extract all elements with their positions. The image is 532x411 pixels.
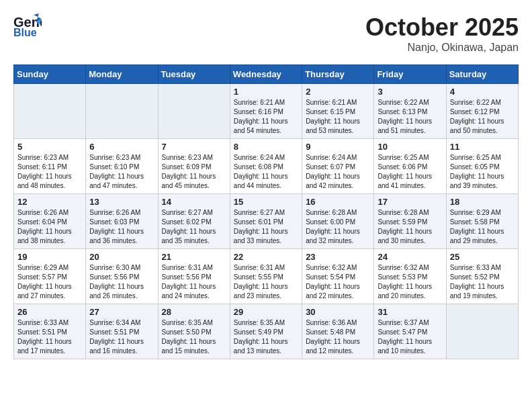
calendar-day-cell: 26Sunrise: 6:33 AMSunset: 5:51 PMDayligh… — [14, 304, 86, 359]
day-of-week-header: Thursday — [302, 65, 374, 84]
day-number: 8 — [234, 142, 298, 152]
calendar-day-cell: 17Sunrise: 6:28 AMSunset: 5:59 PMDayligh… — [374, 194, 446, 249]
day-number: 4 — [450, 87, 515, 97]
calendar-day-cell: 21Sunrise: 6:31 AMSunset: 5:56 PMDayligh… — [158, 249, 230, 304]
day-info: Sunrise: 6:26 AMSunset: 6:04 PMDaylight:… — [17, 208, 82, 246]
day-info: Sunrise: 6:23 AMSunset: 6:09 PMDaylight:… — [162, 153, 226, 191]
day-number: 6 — [89, 142, 154, 152]
day-info: Sunrise: 6:27 AMSunset: 6:02 PMDaylight:… — [162, 208, 226, 246]
calendar-day-cell: 10Sunrise: 6:25 AMSunset: 6:06 PMDayligh… — [374, 139, 446, 194]
day-number: 1 — [234, 87, 298, 97]
calendar-day-cell: 23Sunrise: 6:32 AMSunset: 5:54 PMDayligh… — [302, 249, 374, 304]
day-info: Sunrise: 6:29 AMSunset: 5:57 PMDaylight:… — [17, 263, 82, 301]
calendar-day-cell: 18Sunrise: 6:29 AMSunset: 5:58 PMDayligh… — [446, 194, 518, 249]
calendar-week-row: 12Sunrise: 6:26 AMSunset: 6:04 PMDayligh… — [14, 194, 519, 249]
calendar-day-cell — [14, 84, 86, 139]
svg-text:Blue: Blue — [13, 27, 37, 38]
day-number: 17 — [378, 197, 442, 207]
day-of-week-header: Wednesday — [230, 65, 302, 84]
calendar-day-cell — [446, 304, 518, 359]
calendar-day-cell: 12Sunrise: 6:26 AMSunset: 6:04 PMDayligh… — [14, 194, 86, 249]
day-number: 20 — [89, 252, 154, 262]
day-info: Sunrise: 6:34 AMSunset: 5:51 PMDaylight:… — [89, 318, 154, 356]
calendar-day-cell: 2Sunrise: 6:21 AMSunset: 6:15 PMDaylight… — [302, 84, 374, 139]
day-info: Sunrise: 6:21 AMSunset: 6:15 PMDaylight:… — [306, 98, 370, 136]
day-of-week-header: Monday — [86, 65, 158, 84]
calendar-day-cell: 27Sunrise: 6:34 AMSunset: 5:51 PMDayligh… — [86, 304, 158, 359]
day-info: Sunrise: 6:28 AMSunset: 5:59 PMDaylight:… — [378, 208, 442, 246]
calendar-day-cell — [86, 84, 158, 139]
day-info: Sunrise: 6:25 AMSunset: 6:05 PMDaylight:… — [450, 153, 515, 191]
day-of-week-header: Sunday — [14, 65, 86, 84]
calendar-day-cell: 8Sunrise: 6:24 AMSunset: 6:08 PMDaylight… — [230, 139, 302, 194]
day-number: 26 — [17, 307, 82, 317]
day-info: Sunrise: 6:28 AMSunset: 6:00 PMDaylight:… — [306, 208, 370, 246]
day-number: 31 — [378, 307, 442, 317]
day-number: 24 — [378, 252, 442, 262]
calendar-day-cell: 1Sunrise: 6:21 AMSunset: 6:16 PMDaylight… — [230, 84, 302, 139]
day-info: Sunrise: 6:31 AMSunset: 5:55 PMDaylight:… — [234, 263, 298, 301]
day-number: 11 — [450, 142, 515, 152]
day-number: 2 — [306, 87, 370, 97]
day-number: 25 — [450, 252, 515, 262]
day-info: Sunrise: 6:23 AMSunset: 6:10 PMDaylight:… — [89, 153, 154, 191]
page-header: General Blue October 2025 Nanjo, Okinawa… — [13, 13, 519, 54]
calendar-day-cell: 29Sunrise: 6:35 AMSunset: 5:49 PMDayligh… — [230, 304, 302, 359]
calendar-day-cell: 5Sunrise: 6:23 AMSunset: 6:11 PMDaylight… — [14, 139, 86, 194]
day-number: 23 — [306, 252, 370, 262]
day-info: Sunrise: 6:37 AMSunset: 5:47 PMDaylight:… — [378, 318, 442, 356]
day-number: 19 — [17, 252, 82, 262]
calendar-day-cell: 3Sunrise: 6:22 AMSunset: 6:13 PMDaylight… — [374, 84, 446, 139]
calendar-day-cell: 15Sunrise: 6:27 AMSunset: 6:01 PMDayligh… — [230, 194, 302, 249]
location: Nanjo, Okinawa, Japan — [365, 42, 519, 54]
day-number: 9 — [306, 142, 370, 152]
day-info: Sunrise: 6:22 AMSunset: 6:13 PMDaylight:… — [378, 98, 442, 136]
day-info: Sunrise: 6:27 AMSunset: 6:01 PMDaylight:… — [234, 208, 298, 246]
title-block: October 2025 Nanjo, Okinawa, Japan — [365, 13, 519, 54]
day-number: 22 — [234, 252, 298, 262]
day-info: Sunrise: 6:25 AMSunset: 6:06 PMDaylight:… — [378, 153, 442, 191]
calendar-day-cell: 30Sunrise: 6:36 AMSunset: 5:48 PMDayligh… — [302, 304, 374, 359]
calendar-day-cell: 13Sunrise: 6:26 AMSunset: 6:03 PMDayligh… — [86, 194, 158, 249]
calendar-day-cell — [158, 84, 230, 139]
day-info: Sunrise: 6:30 AMSunset: 5:56 PMDaylight:… — [89, 263, 154, 301]
day-number: 28 — [162, 307, 226, 317]
calendar-day-cell: 6Sunrise: 6:23 AMSunset: 6:10 PMDaylight… — [86, 139, 158, 194]
day-info: Sunrise: 6:24 AMSunset: 6:08 PMDaylight:… — [234, 153, 298, 191]
day-number: 29 — [234, 307, 298, 317]
day-info: Sunrise: 6:29 AMSunset: 5:58 PMDaylight:… — [450, 208, 515, 246]
day-number: 15 — [234, 197, 298, 207]
day-info: Sunrise: 6:36 AMSunset: 5:48 PMDaylight:… — [306, 318, 370, 356]
calendar-day-cell: 20Sunrise: 6:30 AMSunset: 5:56 PMDayligh… — [86, 249, 158, 304]
calendar-week-row: 1Sunrise: 6:21 AMSunset: 6:16 PMDaylight… — [14, 84, 519, 139]
day-number: 27 — [89, 307, 154, 317]
calendar-week-row: 26Sunrise: 6:33 AMSunset: 5:51 PMDayligh… — [14, 304, 519, 359]
day-info: Sunrise: 6:21 AMSunset: 6:16 PMDaylight:… — [234, 98, 298, 136]
day-number: 18 — [450, 197, 515, 207]
calendar-table: SundayMondayTuesdayWednesdayThursdayFrid… — [13, 64, 519, 359]
day-number: 16 — [306, 197, 370, 207]
day-info: Sunrise: 6:33 AMSunset: 5:51 PMDaylight:… — [17, 318, 82, 356]
logo: General Blue — [13, 13, 42, 38]
logo-icon: General Blue — [13, 13, 42, 38]
day-number: 3 — [378, 87, 442, 97]
calendar-day-cell: 4Sunrise: 6:22 AMSunset: 6:12 PMDaylight… — [446, 84, 518, 139]
day-info: Sunrise: 6:22 AMSunset: 6:12 PMDaylight:… — [450, 98, 515, 136]
day-info: Sunrise: 6:24 AMSunset: 6:07 PMDaylight:… — [306, 153, 370, 191]
day-number: 30 — [306, 307, 370, 317]
day-number: 7 — [162, 142, 226, 152]
calendar-day-cell: 14Sunrise: 6:27 AMSunset: 6:02 PMDayligh… — [158, 194, 230, 249]
calendar-day-cell: 9Sunrise: 6:24 AMSunset: 6:07 PMDaylight… — [302, 139, 374, 194]
calendar-day-cell: 25Sunrise: 6:33 AMSunset: 5:52 PMDayligh… — [446, 249, 518, 304]
calendar-day-cell: 7Sunrise: 6:23 AMSunset: 6:09 PMDaylight… — [158, 139, 230, 194]
day-info: Sunrise: 6:23 AMSunset: 6:11 PMDaylight:… — [17, 153, 82, 191]
day-of-week-header: Tuesday — [158, 65, 230, 84]
day-of-week-header: Friday — [374, 65, 446, 84]
calendar-day-cell: 31Sunrise: 6:37 AMSunset: 5:47 PMDayligh… — [374, 304, 446, 359]
day-number: 5 — [17, 142, 82, 152]
month-title: October 2025 — [365, 13, 519, 42]
day-info: Sunrise: 6:35 AMSunset: 5:50 PMDaylight:… — [162, 318, 226, 356]
day-info: Sunrise: 6:31 AMSunset: 5:56 PMDaylight:… — [162, 263, 226, 301]
day-number: 10 — [378, 142, 442, 152]
calendar-day-cell: 24Sunrise: 6:32 AMSunset: 5:53 PMDayligh… — [374, 249, 446, 304]
